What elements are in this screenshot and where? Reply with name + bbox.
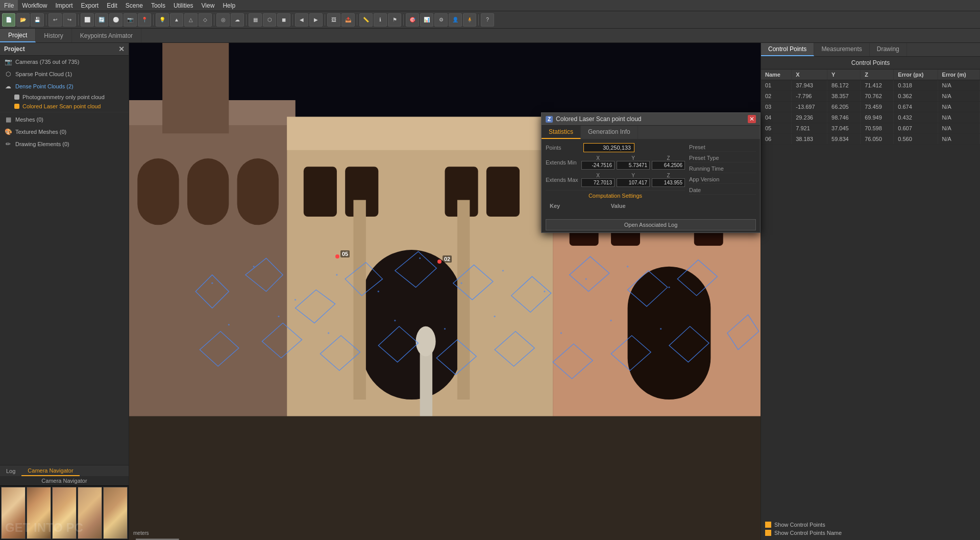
toolbar-triangle2[interactable]: △ — [184, 13, 198, 27]
toolbar-rotate[interactable]: 🔄 — [95, 13, 108, 27]
toolbar-marker[interactable]: 📍 — [138, 13, 151, 27]
tab-camera-navigator[interactable]: Camera Navigator — [21, 465, 79, 476]
toolbar-prev[interactable]: ◀ — [295, 13, 308, 27]
toolbar-sep6 — [292, 14, 293, 26]
toolbar-info[interactable]: ℹ — [374, 13, 387, 27]
table-row[interactable]: 02-7.79638.35770.7620.362N/A — [761, 91, 980, 102]
toolbar-save[interactable]: 💾 — [31, 13, 44, 27]
menu-scene[interactable]: Scene — [121, 0, 147, 11]
open-log-button[interactable]: Open Associated Log — [546, 219, 756, 230]
tree-sparse-cloud[interactable]: ⬡ Sparse Point Cloud (1) — [0, 68, 129, 80]
toolbar-sep1 — [46, 14, 46, 26]
toolbar-person[interactable]: 🧍 — [463, 13, 476, 27]
toolbar-cloud[interactable]: ☁ — [231, 13, 244, 27]
pc-tab-generation[interactable]: Generation Info — [581, 126, 638, 139]
toolbar-new[interactable]: 📄 — [2, 13, 15, 27]
table-row[interactable]: 0638.18359.83476.0500.560N/A — [761, 134, 980, 145]
tree-laser-scan[interactable]: Colored Laser Scan point cloud — [0, 102, 129, 111]
table-row[interactable]: 03-13.69766.20573.4590.674N/A — [761, 102, 980, 112]
tree-drawing[interactable]: ✏ Drawing Elements (0) — [0, 138, 129, 150]
menu-view[interactable]: View — [198, 0, 219, 11]
tab-history[interactable]: History — [36, 29, 71, 42]
toolbar-measure[interactable]: 📏 — [359, 13, 373, 27]
cell-y: 86.172 — [827, 80, 861, 91]
thumbnail-3[interactable] — [52, 487, 77, 539]
toolbar-light[interactable]: 💡 — [156, 13, 169, 27]
tree-photogrammetry[interactable]: Photogrammetry only point cloud — [0, 92, 129, 102]
cell-y: 98.746 — [827, 112, 861, 123]
thumbnail-2[interactable] — [27, 487, 51, 539]
toolbar-settings2[interactable]: ⚙ — [434, 13, 448, 27]
table-row[interactable]: 057.92137.04570.5980.607N/A — [761, 123, 980, 134]
toolbar-avatar[interactable]: 👤 — [449, 13, 462, 27]
toolbar-target[interactable]: ◎ — [216, 13, 230, 27]
cell-name: 04 — [761, 112, 792, 123]
toolbar-view3d[interactable]: 🎯 — [406, 13, 419, 27]
tab-measurements[interactable]: Measurements — [814, 43, 869, 56]
pc-min-xyz: X -24.7516 Y 5.73471 Z 64.2506 — [581, 155, 685, 170]
control-points-table: Name X Y Z Error (px) Error (m) 0137.943… — [761, 69, 980, 145]
toolbar-undo[interactable]: ↩ — [48, 13, 62, 27]
menu-workflow[interactable]: Workflow — [18, 0, 51, 11]
toolbar-diamond[interactable]: ◇ — [199, 13, 212, 27]
pc-max-y-item: Y 107.417 — [617, 173, 650, 187]
svg-point-41 — [444, 328, 446, 330]
pc-dialog-close[interactable]: ✕ — [748, 115, 756, 123]
menu-export[interactable]: Export — [77, 0, 103, 11]
pc-comp-title: Computation Settings — [546, 190, 685, 201]
tab-control-points[interactable]: Control Points — [761, 43, 814, 56]
svg-point-23 — [416, 326, 436, 357]
thumbnail-5[interactable] — [103, 487, 128, 539]
table-row[interactable]: 0429.23698.74669.9490.432N/A — [761, 112, 980, 123]
cell-x: 37.943 — [792, 80, 827, 91]
option-show-cp-name[interactable]: Show Control Points Name — [765, 530, 976, 536]
thumbnail-1[interactable] — [1, 487, 26, 539]
toolbar-import-img[interactable]: 🖼 — [327, 13, 340, 27]
tab-drawing[interactable]: Drawing — [870, 43, 907, 56]
menu-tools[interactable]: Tools — [147, 0, 169, 11]
svg-point-34 — [585, 278, 587, 279]
thumbnail-4[interactable] — [78, 487, 102, 539]
tree-cameras[interactable]: 📷 Cameras (735 out of 735) — [0, 56, 129, 68]
cell-x: 29.236 — [792, 112, 827, 123]
pc-tab-statistics[interactable]: Statistics — [542, 126, 581, 139]
toolbar-mesh[interactable]: ⬡ — [263, 13, 276, 27]
cell-z: 71.412 — [861, 80, 894, 91]
col-y: Y — [827, 69, 861, 80]
tab-keypoints[interactable]: Keypoints Animator — [72, 29, 141, 42]
toolbar-camera-add[interactable]: 📷 — [124, 13, 137, 27]
tab-log[interactable]: Log — [0, 465, 21, 476]
tab-project[interactable]: Project — [0, 29, 36, 42]
toolbar-help[interactable]: ? — [481, 13, 494, 27]
toolbar-cube[interactable]: ◼ — [277, 13, 290, 27]
svg-point-27 — [295, 299, 296, 300]
menu-import[interactable]: Import — [51, 0, 77, 11]
option-show-cp[interactable]: Show Control Points — [765, 522, 976, 528]
close-left-panel[interactable]: ✕ — [118, 45, 125, 53]
toolbar-triangle[interactable]: ▲ — [170, 13, 183, 27]
toolbar-redo[interactable]: ↪ — [63, 13, 76, 27]
viewport-scale-overlay: meters — [133, 530, 149, 536]
toolbar-box-select[interactable]: ⬜ — [81, 13, 94, 27]
cell-y: 59.834 — [827, 134, 861, 145]
svg-rect-15 — [162, 43, 229, 133]
toolbar-export-img[interactable]: 📤 — [341, 13, 355, 27]
toolbar-sphere[interactable]: ⚪ — [109, 13, 122, 27]
table-row[interactable]: 0137.94386.17271.4120.318N/A — [761, 80, 980, 91]
menu-file[interactable]: File — [0, 0, 18, 11]
toolbar-grid[interactable]: ▦ — [249, 13, 262, 27]
tree-textured-meshes[interactable]: 🎨 Textured Meshes (0) — [0, 126, 129, 138]
tree-meshes[interactable]: ▦ Meshes (0) — [0, 113, 129, 126]
svg-point-36 — [668, 287, 670, 288]
toolbar-open[interactable]: 📂 — [16, 13, 30, 27]
menu-edit[interactable]: Edit — [103, 0, 121, 11]
menu-help[interactable]: Help — [218, 0, 239, 11]
toolbar-chart[interactable]: 📊 — [420, 13, 433, 27]
menu-utilities[interactable]: Utilities — [169, 0, 198, 11]
show-cp-label: Show Control Points — [774, 522, 825, 528]
tree-dense-clouds[interactable]: ☁ Dense Point Clouds (2) — [0, 80, 129, 92]
toolbar-next[interactable]: ▶ — [309, 13, 323, 27]
col-x: X — [792, 69, 827, 80]
svg-point-38 — [278, 316, 279, 317]
toolbar-flag[interactable]: ⚑ — [388, 13, 401, 27]
